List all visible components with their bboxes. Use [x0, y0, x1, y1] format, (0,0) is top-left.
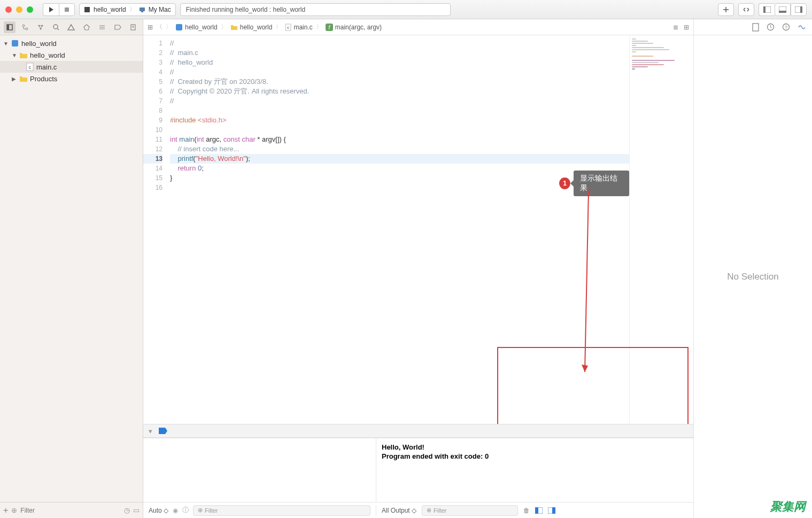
test-navigator-tab[interactable] [81, 21, 92, 33]
toggle-debug-area-button[interactable] [775, 3, 791, 16]
tree-file-row[interactable]: c main.c [0, 61, 143, 73]
navigator-tabs [0, 19, 143, 35]
symbol-navigator-tab[interactable] [35, 21, 47, 33]
breakpoints-toggle-icon[interactable] [159, 428, 167, 434]
function-icon: f [326, 24, 333, 31]
jump-bar-item[interactable]: f main(argc, argv) [326, 24, 382, 31]
zoom-window-button[interactable] [27, 6, 33, 13]
toggle-variables-icon[interactable] [535, 507, 543, 514]
folder-icon [19, 51, 28, 59]
toggle-console-icon[interactable] [548, 507, 555, 514]
inspector-panel: ? No Selection [693, 19, 812, 518]
source-control-navigator-tab[interactable] [19, 21, 31, 33]
console-bottom-bar: Auto ◇ ◉ ⓘ ⊕ Filter All Output ◇ ⊕ Filte… [143, 502, 693, 518]
console-output[interactable]: Hello, World! Program ended with exit co… [376, 438, 693, 502]
svg-rect-19 [12, 40, 18, 47]
traffic-lights [5, 6, 33, 13]
history-inspector-tab[interactable] [767, 23, 775, 31]
library-button[interactable] [718, 3, 734, 16]
project-navigator-tab[interactable] [4, 21, 16, 33]
editor-options-icon[interactable]: ≣ [673, 24, 678, 31]
find-navigator-tab[interactable] [50, 21, 62, 33]
variables-view[interactable] [143, 438, 376, 502]
svg-rect-0 [65, 7, 69, 12]
status-text: Finished running hello_world : hello_wor… [186, 6, 305, 13]
forward-button[interactable]: 〉 [166, 22, 172, 32]
svg-rect-5 [763, 6, 765, 13]
watermark: 聚集网 [770, 499, 806, 515]
console-filter-input[interactable]: ⊕ Filter [422, 505, 518, 516]
scheme-name: hello_world [94, 6, 126, 13]
breakpoint-navigator-tab[interactable] [112, 21, 123, 33]
jump-bar: ⊞ 〈 〉 hello_world 〉 hello_world 〉 c main… [143, 19, 693, 35]
svg-text:c: c [287, 25, 289, 30]
variables-filter-input[interactable]: ⊕ Filter [193, 505, 370, 516]
tree-products-row[interactable]: ▶ Products [0, 73, 143, 84]
minimize-window-button[interactable] [16, 6, 22, 13]
info-icon[interactable]: ⓘ [182, 506, 189, 515]
svg-line-27 [585, 190, 589, 372]
disclosure-triangle-icon[interactable]: ▶ [12, 76, 17, 82]
tree-label: Products [30, 75, 57, 83]
hide-debug-area-icon[interactable]: ▾ [149, 427, 152, 435]
recent-filter-icon[interactable]: ◷ [124, 506, 130, 514]
file-inspector-tab[interactable] [752, 23, 759, 32]
folder-icon [230, 24, 238, 30]
svg-rect-32 [753, 24, 759, 31]
report-navigator-tab[interactable] [127, 21, 139, 33]
tree-label: main.c [36, 63, 57, 71]
svg-text:?: ? [785, 25, 787, 30]
toggle-inspector-button[interactable] [791, 3, 807, 16]
svg-rect-11 [7, 25, 9, 30]
close-window-button[interactable] [5, 6, 12, 13]
svg-rect-3 [141, 11, 143, 12]
back-button[interactable]: 〈 [156, 22, 163, 32]
window-toolbar: hello_world 〉 My Mac Finished running he… [0, 0, 812, 19]
tree-project-row[interactable]: ▼ hello_world [0, 37, 143, 49]
xcode-project-icon [11, 39, 19, 48]
mac-icon [139, 6, 145, 13]
debug-bar: ▾ [143, 424, 693, 438]
jump-bar-item[interactable]: hello_world [230, 24, 273, 31]
add-icon[interactable]: + [3, 506, 8, 515]
run-button[interactable] [43, 3, 59, 16]
code-review-button[interactable] [738, 3, 754, 16]
navigator-bottom-bar: + ⊕ ◷ ▭ [0, 502, 143, 518]
c-file-icon: c [285, 24, 291, 31]
svg-rect-1 [84, 7, 90, 12]
svg-rect-22 [176, 24, 182, 30]
disclosure-triangle-icon[interactable]: ▼ [3, 41, 9, 47]
tree-group-row[interactable]: ▼ hello_world [0, 49, 143, 61]
output-selector[interactable]: All Output ◇ [382, 507, 416, 514]
scm-filter-icon[interactable]: ▭ [133, 506, 140, 514]
destination-name: My Mac [149, 6, 171, 13]
disclosure-triangle-icon[interactable]: ▼ [12, 52, 17, 58]
filter-icon: ⊕ [11, 506, 17, 514]
c-file-icon: c [26, 63, 34, 71]
navigator-filter-input[interactable] [20, 507, 121, 514]
project-tree[interactable]: ▼ hello_world ▼ hello_world c main.c ▶ P… [0, 35, 143, 502]
toggle-navigator-button[interactable] [759, 3, 775, 16]
auto-selector[interactable]: Auto ◇ [149, 507, 168, 514]
tree-label: hello_world [21, 40, 57, 48]
svg-rect-2 [140, 7, 145, 11]
trash-icon[interactable]: 🗑 [523, 507, 530, 514]
attributes-inspector-tab[interactable] [798, 23, 806, 31]
activity-viewer[interactable]: Finished running hello_world : hello_wor… [180, 3, 451, 16]
help-inspector-tab[interactable]: ? [782, 23, 790, 31]
source-editor[interactable]: 12345678910111213141516 //// main.c// he… [143, 35, 629, 424]
inspector-content: No Selection [694, 35, 812, 518]
stop-button[interactable] [59, 3, 75, 16]
navigator-panel: ▼ hello_world ▼ hello_world c main.c ▶ P… [0, 19, 143, 518]
jump-bar-item[interactable]: c main.c [285, 24, 312, 31]
svg-text:c: c [29, 65, 32, 70]
debug-navigator-tab[interactable] [96, 21, 108, 33]
eye-icon[interactable]: ◉ [173, 507, 178, 514]
jump-bar-item[interactable]: hello_world [175, 24, 218, 31]
related-items-icon[interactable]: ⊞ [148, 24, 153, 31]
issue-navigator-tab[interactable] [65, 21, 77, 33]
add-editor-icon[interactable]: ⊞ [684, 24, 689, 31]
editor-area: ⊞ 〈 〉 hello_world 〉 hello_world 〉 c main… [143, 19, 693, 518]
scheme-selector[interactable]: hello_world 〉 My Mac [79, 3, 176, 16]
xcode-project-icon [175, 24, 183, 31]
